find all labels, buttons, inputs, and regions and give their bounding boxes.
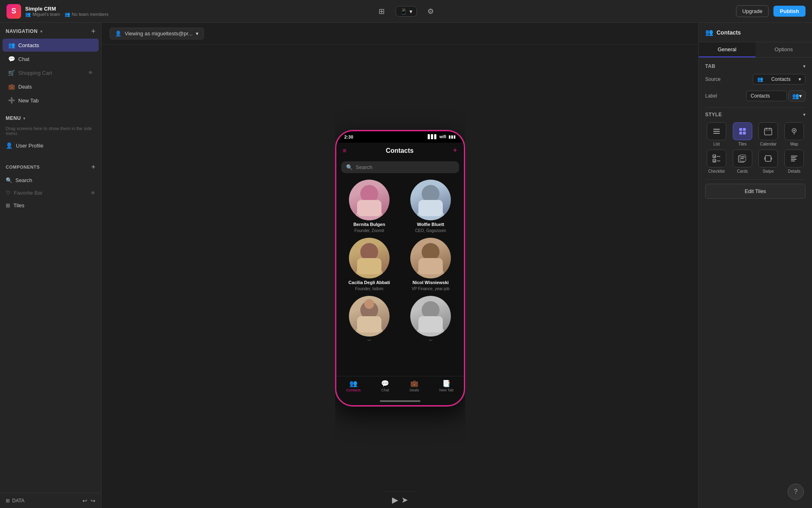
share-button[interactable]: ➤ (401, 495, 408, 505)
contact-title-1: CEO, Gogozoom (415, 228, 446, 233)
sidebar-item-deals[interactable]: 💼 Deals (2, 80, 99, 93)
undo-button[interactable]: ↩ (82, 497, 87, 504)
svg-rect-41 (765, 156, 771, 161)
tab-section-chevron: ▾ (803, 63, 806, 69)
tab-general[interactable]: General (699, 42, 756, 57)
svg-rect-11 (418, 258, 443, 274)
component-tiles-label: Tiles (13, 202, 24, 208)
phone-app-bar: ≡ Contacts + (336, 143, 464, 159)
map-style-icon (784, 122, 804, 140)
component-favorite-bar[interactable]: ♡ Favorite Bar 👁 (0, 187, 101, 199)
phone-add-icon[interactable]: + (453, 146, 457, 155)
svg-rect-14 (357, 316, 381, 332)
sidebar-item-chat[interactable]: 💬 Chat (2, 52, 99, 65)
sidebar-item-new-tab[interactable]: ➕ New Tab (2, 94, 99, 107)
svg-rect-51 (791, 161, 795, 161)
phone-status-right: ▋▋▋ wifi ▮▮▮ (428, 135, 456, 139)
sidebar-item-label: Shopping Cart (18, 70, 52, 76)
component-search-label: Search (15, 177, 32, 183)
divider-2 (705, 179, 806, 180)
new-tab-nav-label: New Tab (440, 388, 454, 392)
svg-rect-39 (741, 156, 745, 157)
label-icon-picker[interactable]: 👥▾ (788, 90, 806, 102)
style-option-details[interactable]: Details (783, 150, 806, 174)
new-tab-icon: ➕ (8, 97, 15, 104)
svg-rect-2 (357, 200, 381, 216)
svg-rect-40 (741, 158, 744, 159)
play-button[interactable]: ▶ (392, 495, 398, 505)
contact-tile-5[interactable]: ··· (403, 296, 459, 343)
user-profile-item[interactable]: 👤 User Profile (0, 139, 101, 152)
svg-rect-21 (713, 133, 720, 134)
eye-icon: 👁 (91, 190, 95, 196)
main-layout: NAVIGATION ▾ + 👥 Contacts 💬 Chat 🛒 Shopp… (0, 23, 812, 508)
component-tiles[interactable]: ⊞ Tiles (0, 199, 101, 212)
tiles-icon: ⊞ (6, 202, 10, 208)
publish-button[interactable]: Publish (773, 6, 806, 17)
contact-tile-2[interactable]: Cacilia Degli Abbati Founder, Isdom (341, 238, 398, 291)
svg-point-31 (793, 130, 795, 131)
phone-search-bar[interactable]: 🔍 Search (341, 161, 459, 173)
chevron-down-icon: ▾ (196, 30, 199, 37)
settings-button[interactable]: ⚙ (423, 4, 438, 19)
app-team: 👥 Miguel's team · 👥 No team members (25, 12, 108, 17)
contact-title-2: Founder, Isdom (355, 287, 383, 291)
contacts-nav-label: Contacts (346, 388, 361, 392)
tab-section-header: TAB ▾ (705, 63, 806, 69)
label-input[interactable]: Contacts (746, 91, 787, 101)
tab-options[interactable]: Options (756, 42, 812, 57)
contact-tile-4[interactable]: ··· (341, 296, 398, 343)
device-selector[interactable]: 📱 ▾ (396, 6, 417, 17)
component-search[interactable]: 🔍 Search (0, 174, 101, 187)
navigation-section-header: NAVIGATION ▾ + (0, 23, 101, 38)
bottom-nav-contacts[interactable]: 👥 Contacts (346, 380, 361, 392)
contact-tile-0[interactable]: Bernita Bulgen Founder, Zoomit (341, 180, 398, 233)
help-button[interactable]: ? (788, 484, 804, 500)
components-section-header: COMPONENTS + (0, 158, 101, 174)
label-label: Label (705, 93, 717, 99)
source-row: Source 👥 Contacts ▾ (705, 74, 806, 85)
style-option-swipe[interactable]: Swipe (757, 150, 780, 174)
right-panel-body: TAB ▾ Source 👥 Contacts ▾ Label Contacts (699, 58, 812, 508)
svg-rect-19 (713, 129, 720, 130)
svg-point-15 (364, 299, 374, 309)
contact-tile-3[interactable]: Nicol Wisniewski VP Finance, year-job (403, 238, 459, 291)
navigation-add-button[interactable]: + (91, 28, 95, 35)
style-option-checklist[interactable]: Checklist (705, 150, 728, 174)
tiles-style-label: Tiles (738, 142, 747, 146)
grid-view-button[interactable]: ⊞ (375, 4, 389, 19)
navigation-label: NAVIGATION ▾ (6, 28, 42, 34)
deals-nav-label: Deals (409, 388, 419, 392)
svg-rect-22 (739, 128, 742, 131)
contact-name-2: Cacilia Degli Abbati (349, 280, 390, 285)
contact-tile-1[interactable]: Wolfie Bluett CEO, Gogozoom (403, 180, 459, 233)
left-sidebar: NAVIGATION ▾ + 👥 Contacts 💬 Chat 🛒 Shopp… (0, 23, 102, 508)
style-option-cards[interactable]: Cards (731, 150, 754, 174)
components-add-button[interactable]: + (91, 163, 95, 171)
style-option-calendar[interactable]: Calendar (757, 122, 780, 146)
upgrade-button[interactable]: Upgrade (736, 5, 769, 17)
redo-button[interactable]: ↪ (91, 497, 95, 504)
sidebar-item-label: New Tab (18, 98, 39, 104)
components-label: COMPONENTS (6, 165, 40, 169)
center-canvas: 👤 Viewing as migueltests@pr... ▾ 2:30 ▋▋… (102, 23, 698, 508)
sidebar-item-shopping-cart[interactable]: 🛒 Shopping Cart 👁 (2, 66, 99, 79)
bottom-nav-deals[interactable]: 💼 Deals (409, 380, 419, 392)
bottom-nav-chat[interactable]: 💬 Chat (381, 380, 389, 392)
right-panel: 👥 Contacts General Options TAB ▾ Source … (698, 23, 812, 508)
style-option-tiles[interactable]: Tiles (731, 122, 754, 146)
svg-rect-26 (764, 128, 772, 135)
deals-nav-icon: 💼 (410, 380, 418, 387)
hamburger-icon[interactable]: ≡ (343, 147, 346, 154)
edit-tiles-button[interactable]: Edit Tiles (705, 184, 806, 199)
sidebar-item-contacts[interactable]: 👥 Contacts (2, 39, 99, 52)
bottom-nav-new-tab[interactable]: 📑 New Tab (440, 380, 454, 392)
contact-name-0: Bernita Bulgen (353, 222, 385, 227)
style-option-map[interactable]: Map (783, 122, 806, 146)
swipe-style-icon (758, 150, 778, 167)
divider-1 (705, 107, 806, 108)
style-option-list[interactable]: List (705, 122, 728, 146)
source-selector[interactable]: 👥 Contacts ▾ (753, 74, 806, 85)
svg-rect-8 (357, 258, 381, 274)
viewing-as-selector[interactable]: 👤 Viewing as migueltests@pr... ▾ (110, 28, 204, 39)
